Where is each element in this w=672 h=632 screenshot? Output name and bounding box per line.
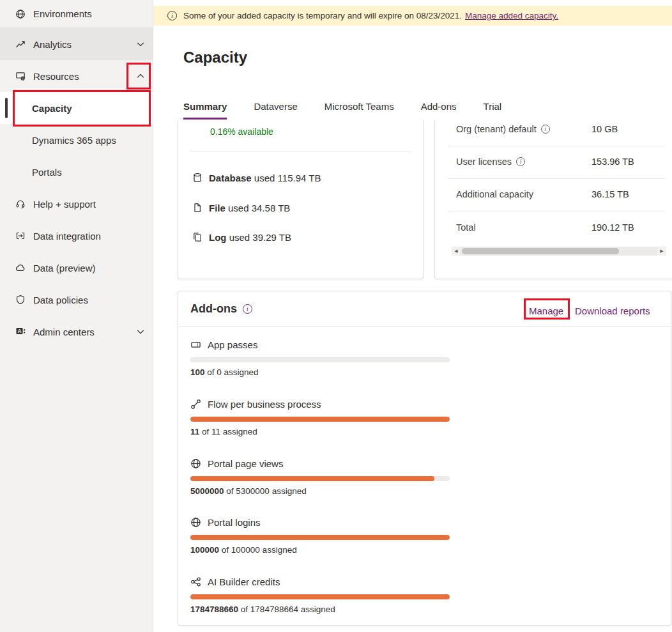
sidebar-item-admin-centers[interactable]: A Admin centers bbox=[0, 316, 153, 348]
usage-value: used 39.29 TB bbox=[227, 232, 291, 243]
sidebar-item-label: Data integration bbox=[33, 231, 101, 242]
addon-portal-logins: Portal logins 100000 of 100000 assigned bbox=[190, 515, 450, 555]
assigned-text: of 100000 assigned bbox=[219, 545, 297, 555]
integration-icon bbox=[15, 231, 26, 241]
breakdown-value: 153.96 TB bbox=[592, 157, 634, 167]
tab-dataverse[interactable]: Dataverse bbox=[254, 101, 297, 119]
shield-icon bbox=[15, 295, 26, 305]
banner-text: Some of your added capacity is temporary… bbox=[183, 11, 462, 20]
sidebar-item-environments[interactable]: Environments bbox=[0, 0, 153, 28]
progress-fill bbox=[190, 476, 434, 481]
sidebar-item-help-support[interactable]: Help + support bbox=[0, 188, 153, 220]
breakdown-label: User licenses bbox=[456, 157, 512, 167]
ai-builder-icon bbox=[190, 576, 201, 587]
tab-trial[interactable]: Trial bbox=[484, 101, 502, 119]
analytics-chart-icon bbox=[15, 39, 26, 49]
sidebar-item-capacity[interactable]: Capacity bbox=[0, 92, 153, 124]
sidebar-item-label: Portals bbox=[32, 167, 62, 178]
scrollbar-track[interactable] bbox=[461, 247, 657, 256]
resources-icon bbox=[15, 71, 26, 81]
portal-logins-progress-bar bbox=[190, 535, 450, 540]
sidebar-item-dynamics-365-apps[interactable]: Dynamics 365 apps bbox=[0, 124, 153, 156]
sidebar-item-portals[interactable]: Portals bbox=[0, 156, 153, 188]
sidebar-item-label: Data (preview) bbox=[33, 263, 96, 274]
capacity-expiry-banner: i Some of your added capacity is tempora… bbox=[153, 6, 672, 26]
info-icon: i bbox=[167, 11, 177, 20]
addon-label: App passes bbox=[208, 339, 257, 350]
log-usage-row: Log used 39.29 TB bbox=[192, 230, 291, 244]
tab-summary[interactable]: Summary bbox=[183, 101, 227, 119]
admin-centers-icon: A bbox=[15, 327, 26, 337]
ai-builder-progress-bar bbox=[190, 594, 450, 599]
breakdown-value: 190.12 TB bbox=[592, 222, 634, 233]
manage-added-capacity-link[interactable]: Manage added capacity. bbox=[465, 11, 558, 20]
sidebar-item-data-integration[interactable]: Data integration bbox=[0, 220, 153, 252]
info-icon[interactable]: i bbox=[516, 157, 525, 166]
breakdown-total-row: Total 190.12 TB bbox=[435, 222, 672, 236]
breakdown-row: Additional capacity 36.15 TB bbox=[435, 189, 672, 203]
horizontal-scrollbar[interactable]: ◀ ▶ bbox=[452, 247, 666, 256]
divider bbox=[448, 146, 665, 146]
addon-portal-page-views: Portal page views 5000000 of 5300000 ass… bbox=[190, 456, 450, 496]
assigned-count: 100000 bbox=[190, 545, 219, 555]
breakdown-value: 10 GB bbox=[592, 124, 618, 134]
addon-app-passes: App passes 100 of 0 assigned bbox=[190, 337, 450, 377]
page-title: Capacity bbox=[183, 49, 247, 66]
addon-label: AI Builder credits bbox=[208, 576, 280, 587]
cloud-icon bbox=[15, 263, 26, 273]
headset-icon bbox=[15, 199, 26, 209]
progress-fill bbox=[190, 594, 450, 599]
assigned-count: 100 bbox=[190, 367, 205, 377]
tab-add-ons[interactable]: Add-ons bbox=[421, 101, 457, 119]
database-usage-row: Database used 115.94 TB bbox=[192, 171, 321, 185]
addon-flow-per-business-process: Flow per business process 11 of 11 assig… bbox=[190, 397, 450, 436]
assigned-count: 11 bbox=[190, 427, 199, 436]
sidebar-item-label: Help + support bbox=[33, 199, 96, 210]
file-icon bbox=[192, 203, 202, 213]
assigned-count: 5000000 bbox=[190, 486, 224, 496]
scrollbar-thumb[interactable] bbox=[462, 248, 619, 254]
sidebar-item-label: Resources bbox=[33, 71, 79, 82]
globe-icon bbox=[15, 9, 26, 19]
sidebar-item-label: Analytics bbox=[33, 39, 72, 50]
sidebar: Environments Analytics Resources Capacit… bbox=[0, 0, 153, 632]
tab-microsoft-teams[interactable]: Microsoft Teams bbox=[325, 101, 394, 119]
divider bbox=[178, 327, 671, 327]
scroll-right-arrow[interactable]: ▶ bbox=[657, 247, 666, 256]
globe-icon bbox=[190, 517, 201, 528]
capacity-breakdown-card: Org (tenant) defaulti 10 GB User license… bbox=[434, 120, 672, 279]
storage-usage-card: 0.16% available Database used 115.94 TB … bbox=[178, 120, 424, 279]
info-icon[interactable]: i bbox=[243, 304, 252, 314]
sidebar-item-label: Data policies bbox=[33, 295, 88, 305]
breakdown-row: Org (tenant) defaulti 10 GB bbox=[435, 124, 672, 138]
svg-text:A: A bbox=[17, 328, 21, 334]
add-ons-title: Add-ons bbox=[190, 302, 237, 316]
chevron-down-icon bbox=[136, 40, 145, 49]
sidebar-item-label: Admin centers bbox=[33, 327, 95, 337]
usage-label: File bbox=[209, 203, 225, 213]
assigned-text: of 11 assigned bbox=[199, 427, 257, 436]
info-icon[interactable]: i bbox=[541, 125, 550, 134]
sidebar-item-data-policies[interactable]: Data policies bbox=[0, 284, 153, 316]
breakdown-value: 36.15 TB bbox=[592, 189, 629, 199]
add-ons-card: Add-ons i Manage Download reports App pa… bbox=[178, 291, 671, 626]
power-platform-admin-center: Environments Analytics Resources Capacit… bbox=[0, 0, 672, 632]
assigned-count: 1784788660 bbox=[190, 605, 238, 614]
sidebar-item-data-preview[interactable]: Data (preview) bbox=[0, 252, 153, 284]
download-reports-link[interactable]: Download reports bbox=[575, 305, 650, 316]
scroll-left-arrow[interactable]: ◀ bbox=[452, 247, 461, 256]
assigned-text: of 0 assigned bbox=[205, 367, 259, 377]
divider bbox=[448, 178, 665, 179]
sidebar-item-analytics[interactable]: Analytics bbox=[0, 28, 153, 60]
progress-fill bbox=[190, 417, 450, 422]
chevron-up-icon bbox=[136, 72, 145, 81]
ticket-icon bbox=[190, 339, 201, 350]
sidebar-item-resources[interactable]: Resources bbox=[0, 60, 153, 92]
manage-link[interactable]: Manage bbox=[529, 305, 563, 316]
globe-icon bbox=[190, 458, 201, 469]
addon-label: Portal logins bbox=[208, 517, 261, 528]
assigned-text: of 1784788664 assigned bbox=[238, 605, 335, 614]
database-icon bbox=[192, 173, 202, 183]
usage-label: Database bbox=[209, 173, 252, 183]
app-passes-progress-bar bbox=[190, 357, 450, 362]
